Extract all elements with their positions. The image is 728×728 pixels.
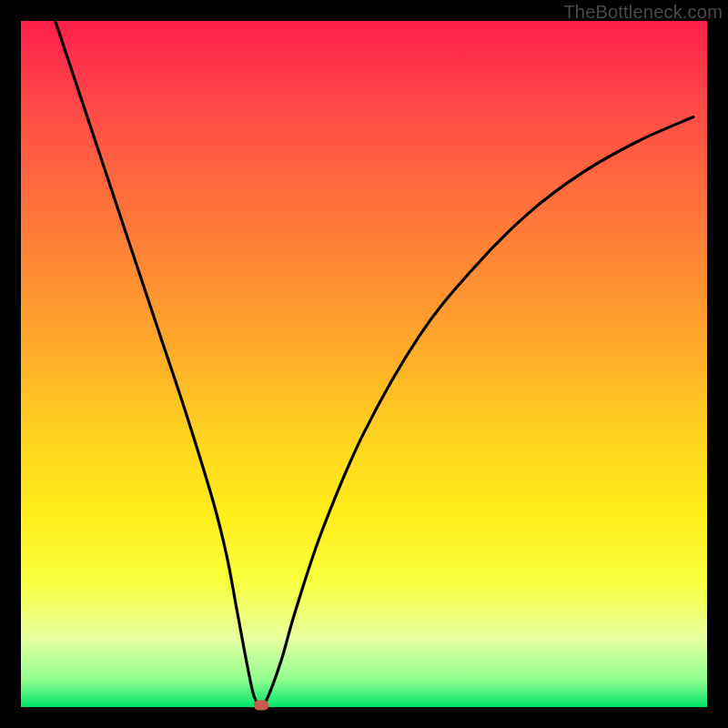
- optimal-point-marker: [254, 700, 268, 710]
- plot-area: [21, 21, 707, 707]
- bottleneck-curve: [21, 21, 707, 707]
- chart-frame: TheBottleneck.com: [0, 0, 728, 728]
- watermark-text: TheBottleneck.com: [563, 2, 723, 23]
